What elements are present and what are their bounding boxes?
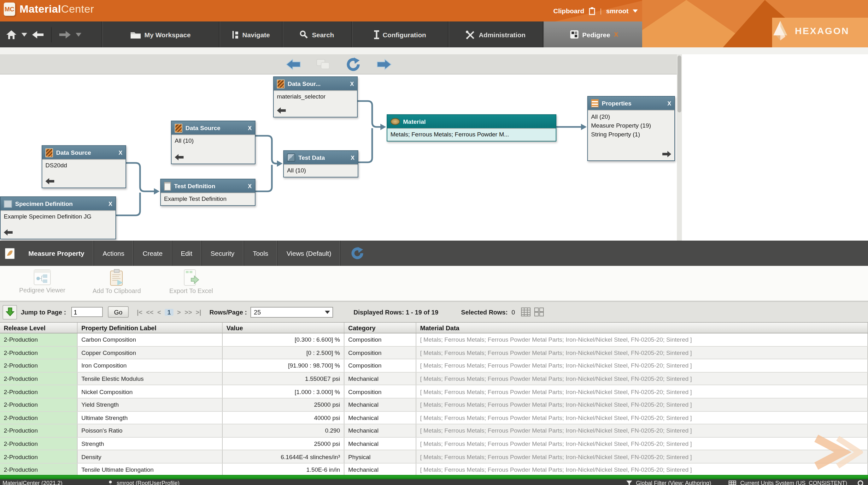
menu-actions[interactable]: Actions (94, 240, 134, 266)
node-data-source-all[interactable]: Data SourceX All (10) (171, 121, 255, 164)
node-line[interactable]: Metals; Ferrous Metals; Ferrous Powder M… (391, 131, 509, 138)
node-specimen-definition[interactable]: Specimen DefinitionX Example Specimen De… (0, 196, 116, 239)
node-data-source-selector[interactable]: Data Sour...X materials_selector (273, 77, 358, 117)
node-properties[interactable]: PropertiesX All (20) Measure Property (1… (587, 96, 675, 161)
col-value[interactable]: Value (223, 323, 344, 333)
fast-prev-button[interactable]: << (146, 309, 153, 315)
units-system-text[interactable]: Current Units System (US_CONSISTENT) (740, 480, 847, 485)
node-line[interactable]: Example Test Definition (164, 195, 226, 202)
clipboard-button[interactable]: Clipboard (553, 7, 584, 15)
rows-per-page-select[interactable]: 25 (251, 307, 333, 317)
close-node-icon[interactable]: X (668, 100, 671, 106)
node-test-data[interactable]: Test DataX All (10) (283, 150, 358, 177)
close-node-icon[interactable]: X (351, 154, 354, 161)
diagram-scrollbar[interactable] (677, 54, 682, 240)
first-page-button[interactable]: |< (137, 309, 142, 315)
next-page-button[interactable]: > (177, 309, 181, 315)
table-row[interactable]: 2-ProductionIron Composition[91.900 : 98… (0, 359, 868, 372)
node-line[interactable]: All (10) (287, 167, 306, 174)
close-node-icon[interactable]: X (248, 183, 252, 189)
col-release-level[interactable]: Release Level (0, 323, 78, 333)
tab-my-workspace[interactable]: My Workspace (102, 22, 219, 47)
table-row[interactable]: 2-ProductionCopper Composition[0 : 2.500… (0, 346, 868, 359)
col-material-data[interactable]: Material Data (416, 323, 868, 333)
table-row[interactable]: 2-ProductionPoisson's Ratio0.290Mechanic… (0, 424, 868, 437)
clipboard-icon[interactable] (589, 7, 595, 15)
menu-edit[interactable]: Edit (172, 240, 202, 266)
close-node-icon[interactable]: X (350, 81, 354, 87)
user-menu[interactable]: smroot (606, 7, 629, 15)
add-to-clipboard-button[interactable]: Add To Clipboard (80, 266, 154, 294)
node-back-arrow-icon[interactable] (4, 229, 12, 235)
table-row[interactable]: 2-ProductionCarbon Composition[0.300 : 6… (0, 334, 868, 346)
close-tab-icon[interactable]: X (614, 31, 618, 38)
tab-navigate[interactable]: Navigate (219, 22, 283, 47)
back-arrow-icon[interactable] (32, 31, 43, 38)
table-row[interactable]: 2-ProductionTensile Elestic Modulus1.550… (0, 373, 868, 386)
history-dropdown-icon[interactable] (22, 32, 27, 36)
global-filter-text[interactable]: Global Filter (View: Authoring) (636, 480, 711, 485)
node-data-source-ds20dd[interactable]: Data SourceX DS20dd (42, 145, 126, 188)
value-cell: 0.290 (223, 424, 344, 437)
node-back-arrow-icon[interactable] (175, 154, 184, 161)
node-forward-arrow-icon[interactable] (662, 151, 671, 157)
close-node-icon[interactable]: X (108, 200, 112, 207)
table-view-icon[interactable] (521, 308, 531, 316)
card-view-icon[interactable] (535, 308, 544, 316)
table-row[interactable]: 2-ProductionDensity6.1644E-4 slinches/in… (0, 451, 868, 463)
mc-logo[interactable]: MC (4, 2, 15, 16)
user-caret-icon[interactable] (633, 9, 638, 12)
close-node-icon[interactable]: X (119, 149, 122, 156)
node-back-arrow-icon[interactable] (45, 178, 54, 184)
tab-search[interactable]: Search (283, 22, 352, 47)
diagram-forward-icon[interactable] (376, 58, 392, 70)
test-definition-icon (164, 181, 171, 191)
table-row[interactable]: 2-ProductionUltimate Strength40000 psiMe… (0, 411, 868, 424)
node-material[interactable]: Material Metals; Ferrous Metals; Ferrous… (387, 114, 556, 141)
scrollbar-thumb[interactable] (678, 56, 681, 112)
last-page-button[interactable]: >| (196, 309, 201, 315)
tab-pedigree[interactable]: Pedigree X (543, 22, 646, 47)
table-row[interactable]: 2-ProductionStrength25000 psiMechanical[… (0, 438, 868, 451)
table-row[interactable]: 2-ProductionNickel Composition[1.000 : 3… (0, 386, 868, 398)
diagram-pages-icon[interactable] (316, 58, 331, 70)
page-number-input[interactable] (71, 307, 102, 317)
tab-administration[interactable]: Administration (448, 22, 543, 47)
node-line[interactable]: Example Specimen Definition JG (4, 213, 91, 220)
pedigree-viewer-button[interactable]: Pedigree Viewer (5, 266, 80, 294)
export-to-excel-button[interactable]: Export To Excel (154, 266, 228, 294)
node-test-definition[interactable]: Test DefinitionX Example Test Definition (160, 179, 255, 206)
node-line[interactable]: DS20dd (45, 162, 67, 169)
menu-security[interactable]: Security (202, 240, 244, 266)
menu-context-label[interactable]: Measure Property (20, 240, 94, 266)
menu-refresh-icon[interactable] (351, 246, 365, 260)
node-line[interactable]: All (10) (175, 137, 194, 144)
col-property-definition-label[interactable]: Property Definition Label (78, 323, 223, 333)
diagram-refresh-icon[interactable] (346, 57, 361, 71)
menu-tools[interactable]: Tools (244, 240, 278, 266)
col-category[interactable]: Category (344, 323, 416, 333)
forward-arrow-icon[interactable] (59, 31, 71, 38)
table-row[interactable]: 2-ProductionYield Strength25000 psiMecha… (0, 398, 868, 411)
properties-line-measure[interactable]: Measure Property (19) (591, 121, 671, 130)
table-row[interactable]: 2-ProductionTensile Ultimate Elongation1… (0, 463, 868, 475)
diagram-back-icon[interactable] (285, 58, 301, 70)
jump-button[interactable] (2, 305, 17, 319)
close-node-icon[interactable]: X (248, 125, 252, 131)
properties-line-all[interactable]: All (20) (591, 112, 671, 121)
home-icon[interactable] (6, 30, 17, 39)
forward-dropdown-icon[interactable] (76, 32, 82, 36)
go-button[interactable]: Go (107, 306, 129, 318)
prev-page-button[interactable]: < (157, 309, 161, 315)
node-line[interactable]: materials_selector (277, 93, 326, 100)
node-back-arrow-icon[interactable] (277, 107, 286, 114)
tab-label: Configuration (382, 31, 426, 38)
user-profile-text[interactable]: smroot (RootUserProfile) (117, 480, 180, 485)
status-search-icon[interactable] (857, 480, 866, 485)
tab-configuration[interactable]: Configuration (352, 22, 448, 47)
menu-create[interactable]: Create (134, 240, 172, 266)
fast-next-button[interactable]: >> (185, 309, 192, 315)
header-separator: | (600, 7, 601, 15)
menu-views[interactable]: Views (Default) (278, 240, 341, 266)
properties-line-string[interactable]: String Property (1) (591, 130, 671, 139)
